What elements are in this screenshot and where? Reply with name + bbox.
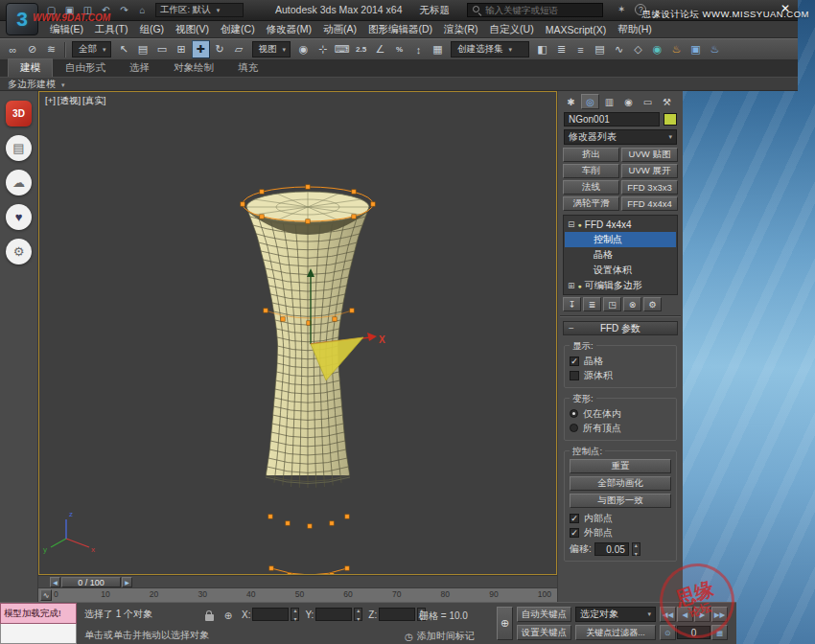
select-object-icon[interactable]: ↖ (115, 40, 133, 58)
control-points-button[interactable]: 与图形一致 (570, 494, 671, 508)
modifier-stack-row[interactable]: 晶格 (565, 247, 676, 263)
menu-item[interactable]: 自定义(U) (484, 23, 540, 36)
heart-icon[interactable]: ♥ (6, 204, 32, 230)
select-and-link-icon[interactable]: ∞ (4, 40, 22, 58)
reference-coordinate-dropdown[interactable]: 视图 (252, 41, 291, 58)
checkbox-row[interactable]: 晶格 (570, 354, 671, 368)
show-end-result-icon[interactable]: ≣ (583, 297, 601, 311)
menu-item[interactable]: 动画(A) (317, 23, 362, 36)
set-key-button[interactable]: 设置关键点 (517, 625, 571, 640)
control-points-button[interactable]: 重置 (570, 459, 671, 473)
modifier-preset-button[interactable]: UVW 展开 (621, 164, 678, 178)
menu-item[interactable]: MAXScript(X) (540, 24, 613, 35)
curve-editor-icon[interactable]: ∿ (610, 40, 628, 58)
community-icon[interactable]: ✶ (617, 4, 625, 15)
modifier-list-dropdown[interactable]: 修改器列表 (564, 129, 677, 145)
maxscript-listener-input[interactable] (0, 624, 77, 644)
menu-item[interactable]: 编辑(E) (44, 23, 89, 36)
selection-set-dropdown[interactable]: 选定对象 (575, 607, 656, 622)
hierarchy-tab-icon[interactable]: ▥ (600, 94, 618, 109)
rectangular-selection-region-icon[interactable]: ▭ (153, 40, 172, 58)
modifier-preset-button[interactable]: FFD 3x3x3 (621, 180, 678, 195)
checkbox-row[interactable]: 外部点 (570, 525, 671, 540)
ribbon-tab[interactable]: 对象绘制 (162, 59, 225, 77)
site-logo-badge[interactable]: 3D (6, 101, 32, 126)
checkbox-row[interactable]: 源体积 (570, 368, 671, 382)
coordinate-spinner[interactable] (291, 608, 299, 621)
bind-to-space-warp-icon[interactable]: ≋ (42, 40, 60, 58)
motion-tab-icon[interactable]: ◉ (619, 94, 638, 109)
selection-filter-dropdown[interactable]: 全部 (72, 41, 111, 58)
schematic-view-icon[interactable]: ◇ (629, 40, 647, 58)
checkbox[interactable] (570, 356, 579, 366)
snaps-toggle-icon[interactable]: 2.5 (352, 40, 370, 58)
create-tab-icon[interactable]: ✱ (562, 94, 580, 109)
search-input[interactable] (485, 5, 612, 15)
menu-item[interactable]: 创建(C) (215, 23, 261, 36)
unlink-selection-icon[interactable]: ⊘ (23, 40, 41, 58)
menu-item[interactable]: 视图(V) (170, 23, 215, 36)
modifier-stack-row[interactable]: ⊞ ● 可编辑多边形 (565, 278, 676, 293)
coordinate-spinner[interactable] (354, 608, 362, 621)
viewport-label-segment[interactable]: [+] (45, 95, 56, 107)
add-time-tag[interactable]: ◷ 添加时间标记 (405, 630, 475, 643)
viewport-canvas[interactable]: X x y z (39, 92, 556, 574)
rollout-collapse-icon[interactable] (564, 323, 579, 334)
track-bar[interactable]: ∿ 0102030405060708090100 (38, 587, 557, 602)
pin-stack-icon[interactable]: ↧ (563, 297, 581, 311)
auto-key-button[interactable]: 自动关键点 (517, 607, 571, 622)
coordinate-field[interactable] (379, 608, 415, 621)
stack-expand-icon[interactable]: ⊞ (568, 281, 575, 290)
key-filters-button[interactable]: 关键点过滤器... (575, 625, 656, 640)
radio-button[interactable] (570, 424, 578, 432)
radio-button[interactable] (570, 409, 578, 418)
set-keys-button[interactable]: ⊕ (497, 607, 513, 640)
modifier-preset-button[interactable]: UVW 贴图 (621, 148, 678, 162)
modifier-stack-row[interactable]: ⊟ ● FFD 4x4x4 (565, 217, 676, 232)
modifier-preset-button[interactable]: 车削 (563, 164, 619, 178)
modifier-preset-button[interactable]: 挤出 (563, 148, 619, 162)
layer-manager-icon[interactable]: ≡ (571, 40, 590, 58)
control-points-button[interactable]: 全部动画化 (570, 476, 671, 491)
modifier-preset-button[interactable]: 法线 (563, 180, 619, 195)
spinner-snap-icon[interactable]: ↕ (409, 40, 428, 58)
ffd-parameters-rollout[interactable]: FFD 参数 (563, 321, 678, 335)
modifier-stack-row[interactable]: 控制点 (565, 232, 676, 247)
checkbox[interactable] (570, 371, 579, 380)
viewport-label-segment[interactable]: [真实] (82, 95, 105, 107)
ribbon-tab[interactable]: 建模 (8, 58, 53, 77)
workspace-dropdown[interactable]: 工作区: 默认 (155, 3, 244, 17)
material-editor-icon[interactable]: ◉ (648, 40, 666, 58)
ribbon-panel-label[interactable]: 多边形建模 (8, 78, 65, 91)
ribbon-tab[interactable]: 自由形式 (54, 59, 117, 77)
checkbox-row[interactable]: 内部点 (570, 511, 671, 525)
stack-bulb-icon[interactable]: ● (578, 283, 582, 289)
selection-lock-icon[interactable] (201, 608, 217, 623)
stack-expand-icon[interactable]: ⊟ (568, 219, 575, 229)
project-folder-icon[interactable]: ⌂ (135, 3, 150, 17)
time-slider-next-icon[interactable]: ▶ (122, 577, 132, 587)
overlay-close-icon[interactable]: ✕ (780, 2, 790, 15)
render-production-icon[interactable]: ♨ (706, 40, 724, 58)
select-and-scale-icon[interactable]: ▱ (230, 40, 248, 58)
configure-modifier-sets-icon[interactable]: ⚙ (643, 297, 662, 311)
modifier-stack-row[interactable]: 设置体积 (565, 263, 676, 278)
remove-modifier-icon[interactable]: ⊗ (623, 297, 641, 311)
mirror-icon[interactable]: ◧ (533, 40, 551, 58)
time-slider-handle[interactable]: 0 / 100 (61, 577, 121, 587)
viewport-label-segment[interactable]: [透视] (58, 95, 81, 107)
viewport[interactable]: [+][透视][真实] X x y z (38, 91, 557, 575)
named-selection-input[interactable]: 创建选择集 (451, 41, 529, 58)
offset-spinner[interactable] (632, 542, 640, 556)
angle-snap-icon[interactable]: ∠ (371, 40, 389, 58)
ribbon-toggle-icon[interactable]: ▤ (591, 40, 609, 58)
edit-named-selections-icon[interactable]: ▦ (429, 40, 447, 58)
select-and-rotate-icon[interactable]: ↻ (211, 40, 229, 58)
select-and-move-icon[interactable]: ✚ (192, 40, 210, 58)
keyboard-override-icon[interactable]: ⌨ (333, 40, 351, 58)
menu-item[interactable]: 图形编辑器(D) (362, 23, 438, 36)
document-icon[interactable]: ▤ (6, 135, 32, 161)
time-slider-track[interactable]: ◀ 0 / 100 ▶ (38, 575, 557, 587)
object-color-swatch[interactable] (664, 113, 677, 126)
display-tab-icon[interactable]: ▭ (639, 94, 657, 109)
